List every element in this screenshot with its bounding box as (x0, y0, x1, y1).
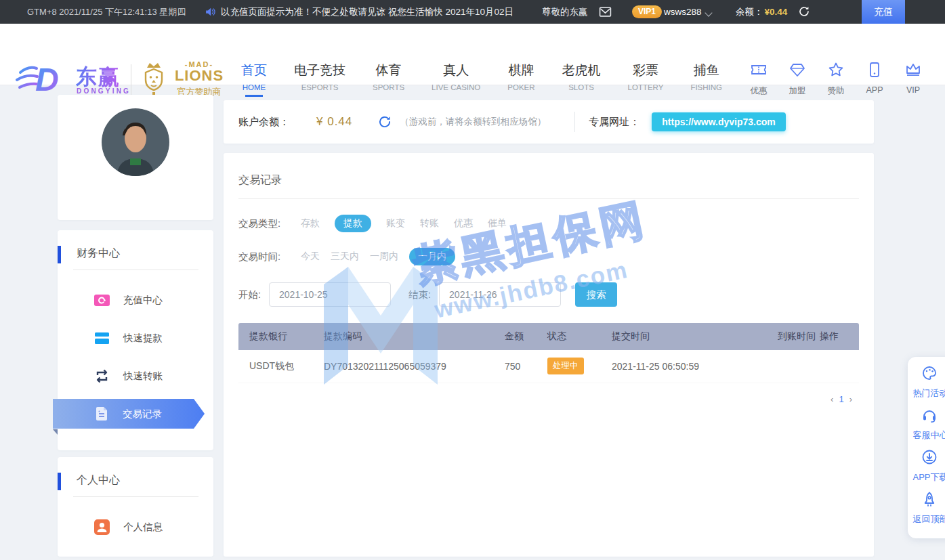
nav-label-en: SLOTS (562, 83, 601, 91)
profile-card: 欢迎您: wsws288VIP1 (58, 95, 213, 220)
sidebar-item-label: 个人信息 (123, 521, 163, 534)
col-action: 操作 (820, 323, 859, 350)
time-options: 今天 三天内 一周内 一月内 (301, 248, 466, 265)
pagination: ‹1› (238, 394, 859, 404)
nav-item-slots[interactable]: 老虎机SLOTS (562, 62, 601, 97)
type-option-reminder[interactable]: 催单 (488, 217, 507, 230)
end-date-label: 结束: (408, 288, 431, 301)
topbar: GTM+8 2021/11/25 下午12:41:13 星期四 以充值页面提示为… (0, 0, 945, 24)
float-item-back-to-top[interactable]: 返回顶部 (908, 491, 945, 525)
status-badge: 处理中 (547, 358, 584, 374)
nav-item-sports[interactable]: 体育SPORTS (373, 62, 404, 97)
ribbon-fold (53, 429, 58, 435)
table-row: USDT钱包 DY701320211125065059379 750 处理中 2… (238, 350, 859, 383)
finance-section-title: 财务中心 (58, 230, 213, 261)
section-title-text: 财务中心 (77, 247, 120, 259)
nav-item-home[interactable]: 首页HOME (241, 62, 267, 97)
type-option-account-change[interactable]: 账变 (386, 217, 405, 230)
nav-item-esports[interactable]: 电子竞技ESPORTS (294, 62, 345, 97)
cell-bank: USDT钱包 (238, 350, 324, 383)
svg-text:D: D (35, 62, 59, 98)
username[interactable]: wsws288 (664, 0, 702, 24)
type-option-promo[interactable]: 优惠 (454, 217, 473, 230)
sidebar-item-transaction-records[interactable]: 交易记录 (53, 399, 205, 429)
nav-label-zh: 棋牌 (507, 62, 534, 79)
vertical-divider (574, 112, 575, 132)
title-divider (238, 198, 859, 199)
headset-icon (921, 407, 938, 423)
transaction-type-filter: 交易类型: 存款 提款 账变 转账 优惠 催单 (238, 215, 859, 232)
date-range-row: 开始: 结束: 搜索 (238, 282, 859, 307)
nav-menu: 首页HOME 电子竞技ESPORTS 体育SPORTS 真人LIVE CASIN… (241, 62, 722, 97)
account-balance-label: 账户余额： (238, 116, 289, 129)
float-item-app-download[interactable]: APP下载 (908, 449, 945, 483)
end-date-input[interactable] (439, 282, 561, 307)
lion-logo-icon (138, 60, 170, 100)
cell-arrive-time (778, 350, 820, 383)
refresh-balance-icon[interactable] (798, 5, 810, 20)
nav-item-poker[interactable]: 棋牌POKER (507, 62, 534, 97)
start-date-input[interactable] (269, 282, 391, 307)
nav-label-en: HOME (241, 83, 267, 91)
time-option-today[interactable]: 今天 (301, 251, 320, 263)
prev-page-arrow[interactable]: ‹ (831, 394, 833, 404)
mail-icon[interactable] (599, 6, 612, 20)
nav-item-live-casino[interactable]: 真人LIVE CASINO (432, 62, 480, 97)
nav-label-zh: 首页 (241, 62, 267, 79)
records-title: 交易记录 (238, 173, 859, 188)
nav-item-fishing[interactable]: 捕鱼FISHING (690, 62, 722, 97)
nav-item-lottery[interactable]: 彩票LOTTERY (628, 62, 664, 97)
download-icon (921, 449, 938, 465)
time-option-3days[interactable]: 三天内 (331, 251, 359, 263)
nav-label-en: SPORTS (373, 83, 404, 91)
time-option-month-selected[interactable]: 一月内 (409, 248, 455, 265)
next-page-arrow[interactable]: › (849, 394, 852, 404)
cell-status: 处理中 (547, 350, 612, 383)
cell-action (820, 350, 859, 383)
chevron-down-icon[interactable] (705, 9, 712, 16)
nav-item-vip[interactable]: VIP (901, 61, 925, 97)
cell-code: DY701320211125065059379 (324, 350, 505, 383)
nav-label-en: ESPORTS (294, 83, 345, 91)
float-item-hot-activities[interactable]: 热门活动 (908, 365, 945, 400)
nav-label-zh: 体育 (373, 62, 404, 79)
page-number[interactable]: 1 (839, 394, 843, 404)
sidebar-item-personal-info[interactable]: 个人信息 (58, 508, 213, 546)
withdraw-card-icon (93, 330, 110, 347)
col-amount: 金额 (505, 323, 547, 350)
nav-item-affiliate[interactable]: 加盟 (785, 61, 810, 97)
speaker-icon (205, 6, 216, 20)
type-option-transfer[interactable]: 转账 (420, 217, 439, 230)
star-icon (827, 61, 845, 79)
type-option-withdraw-selected[interactable]: 提款 (335, 215, 371, 232)
search-button[interactable]: 搜索 (575, 282, 617, 307)
nav-item-sponsor[interactable]: 赞助 (824, 61, 848, 97)
refresh-balance-icon[interactable] (378, 115, 392, 129)
personal-section-title: 个人中心 (58, 457, 213, 488)
type-option-deposit[interactable]: 存款 (301, 217, 320, 230)
exclusive-url-badge[interactable]: https://www.dyvip73.com (652, 112, 786, 131)
nav-quick-links: 优惠 加盟 赞助 APP VIP (747, 61, 925, 97)
quick-link-label: APP (862, 85, 887, 95)
nav-label-zh: 彩票 (628, 62, 664, 79)
float-item-customer-service[interactable]: 客服中心 (908, 407, 945, 441)
underline (698, 95, 715, 97)
sidebar-item-recharge-center[interactable]: 充值中心 (58, 281, 213, 319)
avatar[interactable] (102, 108, 169, 176)
nav-item-promotions[interactable]: 优惠 (747, 61, 771, 97)
announcement-marquee: 以充值页面提示为准！不便之处敬请见谅 祝您生活愉快 2021年10月02日尊敬的… (221, 0, 588, 24)
transaction-records-card: 交易记录 交易类型: 存款 提款 账变 转账 优惠 催单 交易时间: 今天 三天… (224, 153, 874, 557)
sidebar-item-quick-transfer[interactable]: 快速转账 (58, 357, 213, 395)
quick-link-label: 赞助 (824, 85, 848, 97)
time-option-week[interactable]: 一周内 (370, 251, 398, 263)
sidebar-item-label: 交易记录 (123, 408, 162, 421)
exclusive-url-label: 专属网址： (589, 116, 639, 129)
brand-name-en: DONGYING (77, 87, 131, 95)
table-header-row: 提款银行 提款编码 金额 状态 提交时间 到账时间 操作 (238, 323, 859, 350)
nav-label-zh: 捕鱼 (690, 62, 722, 79)
sidebar-item-quick-withdraw[interactable]: 快速提款 (58, 319, 213, 357)
topbar-balance: 余额：¥0.44 (736, 0, 787, 24)
nav-item-app[interactable]: APP (862, 61, 887, 97)
recharge-button[interactable]: 充值 (862, 0, 905, 24)
section-accent-bar (58, 246, 61, 263)
